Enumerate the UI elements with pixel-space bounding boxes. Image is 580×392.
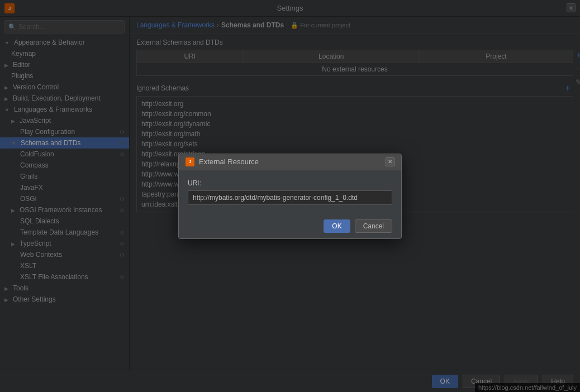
modal-header: J External Resource ✕ [179, 154, 401, 170]
modal-footer: OK Cancel [179, 214, 401, 238]
modal-uri-input[interactable] [188, 190, 392, 205]
modal-dialog: J External Resource ✕ URI: OK Cancel [178, 154, 402, 239]
modal-overlay: J External Resource ✕ URI: OK Cancel [0, 0, 580, 392]
modal-logo: J [186, 157, 194, 166]
modal-title: External Resource [199, 157, 259, 166]
modal-body: URI: [179, 170, 401, 214]
modal-close-button[interactable]: ✕ [386, 157, 394, 166]
modal-cancel-button[interactable]: Cancel [355, 219, 392, 233]
modal-ok-button[interactable]: OK [324, 219, 350, 233]
modal-title-area: J External Resource [186, 157, 259, 166]
modal-uri-label: URI: [188, 179, 392, 187]
